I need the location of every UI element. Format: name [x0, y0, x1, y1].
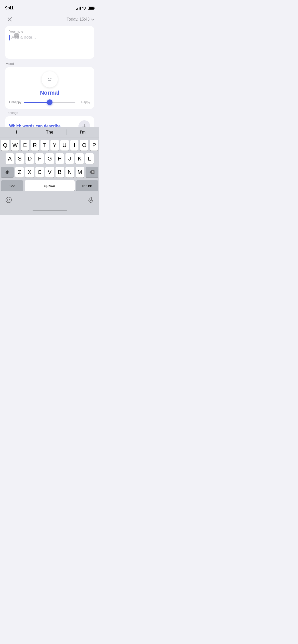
key-z[interactable]: Z	[15, 167, 24, 178]
mood-name-label: Normal	[9, 90, 90, 96]
feelings-label: Feelings	[5, 111, 94, 115]
svg-point-7	[7, 199, 8, 200]
key-w[interactable]: W	[11, 140, 19, 151]
space-key[interactable]: space	[25, 180, 75, 191]
microphone-key[interactable]	[86, 195, 95, 204]
text-cursor	[9, 35, 10, 40]
mood-section: Mood Normal Unhappy	[5, 62, 94, 109]
slider-thumb[interactable]	[47, 99, 52, 105]
keyboard-bottom-row	[0, 195, 99, 206]
return-key[interactable]: return	[76, 180, 98, 191]
keys-area: Q W E R T Y U I O P A S D F G H J K L	[0, 138, 99, 195]
keyboard: I The I'm Q W E R T Y U I O P A S D F G …	[0, 127, 99, 215]
mood-face	[42, 71, 58, 87]
key-s[interactable]: S	[16, 153, 24, 164]
mood-card: Normal Unhappy Happy	[5, 67, 94, 109]
key-h[interactable]: H	[56, 153, 64, 164]
note-label: Your note	[9, 30, 90, 33]
numbers-key[interactable]: 123	[1, 180, 23, 191]
battery-icon	[88, 7, 94, 10]
key-m[interactable]: M	[76, 167, 84, 178]
key-j[interactable]: J	[65, 153, 74, 164]
key-x[interactable]: X	[25, 167, 34, 178]
slider-fill	[24, 102, 50, 103]
date-picker-button[interactable]: Today, 15:43	[67, 17, 94, 22]
wifi-icon	[82, 7, 86, 10]
key-n[interactable]: N	[65, 167, 74, 178]
home-indicator	[0, 206, 99, 215]
key-f[interactable]: F	[35, 153, 44, 164]
mood-slider-row: Unhappy Happy	[9, 100, 90, 105]
backspace-key[interactable]	[86, 167, 98, 178]
key-q[interactable]: Q	[1, 140, 9, 151]
mood-slider[interactable]	[24, 100, 75, 105]
predictive-item-3[interactable]: I'm	[66, 130, 99, 135]
status-time: 9:41	[5, 6, 13, 11]
key-i[interactable]: I	[70, 140, 79, 151]
mood-label: Mood	[5, 62, 94, 66]
svg-point-8	[9, 199, 10, 200]
key-c[interactable]: C	[35, 167, 44, 178]
close-button[interactable]	[5, 15, 14, 24]
key-k[interactable]: K	[75, 153, 84, 164]
mood-face-container	[9, 71, 90, 87]
key-b[interactable]: B	[56, 167, 64, 178]
svg-point-2	[48, 78, 49, 79]
predictive-item-2[interactable]: The	[33, 130, 66, 135]
key-v[interactable]: V	[45, 167, 54, 178]
home-bar	[33, 210, 67, 211]
emoji-key[interactable]	[4, 195, 13, 204]
key-row-1: Q W E R T Y U I O P	[1, 140, 98, 151]
key-t[interactable]: T	[40, 140, 49, 151]
key-l[interactable]: L	[85, 153, 94, 164]
predictive-item-1[interactable]: I	[0, 130, 33, 135]
svg-point-6	[6, 197, 11, 203]
key-p[interactable]: P	[90, 140, 98, 151]
key-a[interactable]: A	[6, 153, 14, 164]
key-d[interactable]: D	[25, 153, 34, 164]
note-section: Your note Add a note...	[5, 26, 94, 59]
status-icons	[76, 7, 94, 10]
mood-happy-label: Happy	[77, 100, 90, 104]
key-row-2: A S D F G H J K L	[1, 153, 98, 164]
key-o[interactable]: O	[80, 140, 88, 151]
key-g[interactable]: G	[45, 153, 54, 164]
predictive-bar: I The I'm	[0, 127, 99, 138]
signal-icon	[76, 7, 81, 10]
shift-key[interactable]	[1, 167, 14, 178]
status-bar: 9:41	[0, 0, 99, 13]
mood-unhappy-label: Unhappy	[9, 100, 22, 104]
svg-point-3	[50, 78, 51, 79]
key-row-4: 123 space return	[1, 180, 98, 191]
chevron-down-icon	[91, 17, 94, 22]
top-nav: Today, 15:43	[0, 13, 99, 26]
touch-indicator	[14, 33, 19, 38]
key-r[interactable]: R	[31, 140, 39, 151]
key-e[interactable]: E	[21, 140, 29, 151]
key-y[interactable]: Y	[50, 140, 59, 151]
key-u[interactable]: U	[60, 140, 69, 151]
date-text: Today, 15:43	[67, 17, 90, 22]
key-row-3: Z X C V B N M	[1, 167, 98, 178]
svg-rect-9	[90, 197, 92, 201]
note-input-area[interactable]: Add a note...	[9, 35, 90, 55]
